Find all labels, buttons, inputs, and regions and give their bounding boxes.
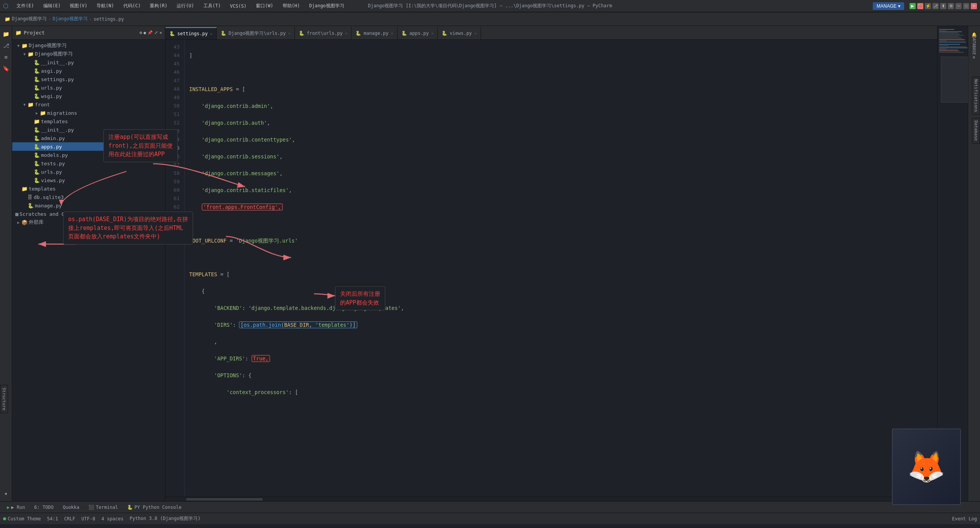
status-position[interactable]: 54:1 <box>47 516 58 521</box>
close-button[interactable]: ✕ <box>971 3 977 9</box>
breadcrumb-2[interactable]: Django视图学习 <box>53 16 88 22</box>
menu-tools[interactable]: 工具(T) <box>201 2 223 10</box>
tab-close-urls-main[interactable]: ✕ <box>288 31 291 36</box>
menu-vcs[interactable]: VCS(S) <box>228 3 249 10</box>
status-python-label: Python 3.8 (Django视图学习) <box>129 515 200 522</box>
horizontal-scrollbar[interactable] <box>165 497 937 501</box>
debug-button[interactable]: 🐛 <box>917 3 923 9</box>
project-icon-header: 📁 <box>15 30 21 36</box>
status-theme[interactable]: Custom Theme <box>3 516 41 521</box>
tree-item-ext[interactable]: ▶ 📦 外部库 <box>12 218 165 227</box>
run-button[interactable]: ▶ <box>910 3 916 9</box>
tree-item-templates-root[interactable]: 📁 templates <box>12 184 165 193</box>
tab-apps[interactable]: 🐍 apps.py ✕ <box>398 27 438 39</box>
tree-item-scratches[interactable]: ▦ Scratches and Consoles <box>12 210 165 218</box>
project-expand-icon[interactable]: ⤢ <box>154 30 158 35</box>
menu-django[interactable]: Django视图学习 <box>307 2 346 10</box>
status-indent[interactable]: 4 spaces <box>101 516 124 521</box>
tab-close-apps[interactable]: ✕ <box>431 31 434 36</box>
breadcrumb-1[interactable]: Django视图学习 <box>12 16 47 22</box>
tab-icon-manage: 🐍 <box>355 31 361 36</box>
tree-item-migrations[interactable]: ▶ 📁 migrations <box>12 109 165 117</box>
tree-item-models[interactable]: 🐍 models.py <box>12 151 165 159</box>
menu-window[interactable]: 窗口(W) <box>254 2 276 10</box>
tab-urls-main[interactable]: 🐍 Django视图学习\urls.py ✕ <box>217 27 295 39</box>
menu-code[interactable]: 代码(C) <box>121 2 143 10</box>
tree-item-init[interactable]: 🐍 __init__.py <box>12 58 165 67</box>
db-icon: 🗄 <box>28 194 33 200</box>
tree-item-tests[interactable]: 🐍 tests.py <box>12 159 165 168</box>
tree-item-views[interactable]: 🐍 views.py <box>12 176 165 184</box>
breadcrumb-sep-1: › <box>48 16 51 22</box>
menu-refactor[interactable]: 重构(R) <box>147 2 170 10</box>
tab-manage[interactable]: 🐍 manage.py ✕ <box>352 27 398 39</box>
tab-front-urls[interactable]: 🐍 front\urls.py ✕ <box>295 27 352 39</box>
tree-item-urls[interactable]: 🐍 urls.py <box>12 83 165 92</box>
tab-terminal[interactable]: ⬛ Terminal <box>85 504 122 511</box>
structure-icon[interactable]: ≡ <box>1 52 11 62</box>
right-icon-gradle[interactable]: ⚙ <box>969 52 979 62</box>
tab-run[interactable]: ▶ ▶ Run <box>3 504 29 511</box>
tree-item-wsgi[interactable]: 🐍 wsgi.py <box>12 92 165 100</box>
tab-quokka[interactable]: Quokka <box>59 504 83 511</box>
tree-item-apps[interactable]: 🐍 apps.py <box>12 142 165 151</box>
code-line-63: 'context_processors': [ <box>189 388 933 396</box>
project-close-icon[interactable]: ✕ <box>159 30 162 35</box>
update-button[interactable]: ⬆ <box>940 3 946 9</box>
tree-item-front[interactable]: ▼ 📁 front <box>12 100 165 109</box>
status-encoding[interactable]: UTF-8 <box>82 516 95 521</box>
git-button[interactable]: ⎇ <box>933 3 939 9</box>
tab-close-manage[interactable]: ✕ <box>391 31 393 36</box>
project-collapse-icon[interactable]: ◉ <box>144 30 146 35</box>
breadcrumb-3[interactable]: settings.py <box>93 16 124 22</box>
tab-python-console[interactable]: 🐍 PY Python Console <box>123 504 185 511</box>
tree-item-root[interactable]: ▼ 📁 Django视图学习 <box>12 41 165 50</box>
tree-item-asgi[interactable]: 🐍 asgi.py <box>12 67 165 75</box>
tree-arrow-app: ▼ <box>21 52 28 56</box>
project-icon[interactable]: 📁 <box>1 29 11 39</box>
tab-close-front-urls[interactable]: ✕ <box>345 31 348 36</box>
manage-button[interactable]: MANAGE ▾ <box>873 2 904 10</box>
tab-close-settings[interactable]: ✕ <box>210 31 213 36</box>
right-icon-database[interactable]: DATABASE <box>969 41 979 51</box>
tree-item-front-init[interactable]: 🐍 __init__.py <box>12 125 165 134</box>
menu-run[interactable]: 运行(U) <box>174 2 196 10</box>
left-panel-structure[interactable]: Structure <box>0 385 8 413</box>
tab-settings[interactable]: 🐍 settings.py ✕ <box>165 27 217 39</box>
tree-item-urls-front[interactable]: 🐍 urls.py <box>12 168 165 176</box>
status-line-ending[interactable]: CRLF <box>64 516 75 521</box>
minimize-button[interactable]: ─ <box>955 3 962 9</box>
menu-view[interactable]: 视图(V) <box>67 2 90 10</box>
mini-line-2 <box>939 30 947 31</box>
tab-views[interactable]: 🐍 views.py ✕ <box>438 27 481 39</box>
menu-edit[interactable]: 编辑(E) <box>41 2 63 10</box>
maximize-button[interactable]: □ <box>963 3 969 9</box>
tree-label-root: Django视图学习 <box>29 42 67 49</box>
right-panel-database[interactable]: Database <box>972 118 980 143</box>
tree-item-templates-front[interactable]: 📁 templates <box>12 117 165 125</box>
project-pin-icon[interactable]: 📌 <box>147 30 153 35</box>
tree-item-manage[interactable]: 🐍 manage.py <box>12 201 165 210</box>
tree-item-settings[interactable]: 🐍 settings.py <box>12 75 165 83</box>
project-settings-icon[interactable]: ⚙ <box>139 30 142 35</box>
tree-item-app[interactable]: ▼ 📁 Django视图学习 <box>12 50 165 58</box>
favorites-icon[interactable]: ★ <box>1 488 11 498</box>
tree-item-admin[interactable]: 🐍 admin.py <box>12 134 165 142</box>
settings-button[interactable]: ⚙ <box>948 3 954 9</box>
tab-todo[interactable]: 6: TODO <box>30 504 57 511</box>
scrollbar-thumb-h[interactable] <box>186 498 263 500</box>
bookmark-icon[interactable]: 🔖 <box>1 64 11 73</box>
tab-close-views[interactable]: ✕ <box>474 31 477 36</box>
tree-item-db[interactable]: 🗄 db.sqlite3 <box>12 193 165 201</box>
status-event-log[interactable]: Event Log <box>952 516 977 521</box>
profile-button[interactable]: ⚡ <box>925 3 931 9</box>
git-icon[interactable]: ⎇ <box>1 41 11 51</box>
menu-file[interactable]: 文件(E) <box>14 2 36 10</box>
right-panel-notifications[interactable]: Notifications <box>972 77 980 115</box>
tab-label-settings: settings.py <box>177 31 208 36</box>
code-editor[interactable]: 43 44 45 46 47 48 49 50 51 52 53 54 55 5… <box>165 40 937 497</box>
menu-nav[interactable]: 导航(N) <box>94 2 116 10</box>
code-content[interactable]: ] INSTALLED_APPS = [ 'django.contrib.adm… <box>185 40 937 497</box>
menu-help[interactable]: 帮助(H) <box>280 2 303 10</box>
status-python[interactable]: Python 3.8 (Django视图学习) <box>129 515 200 522</box>
